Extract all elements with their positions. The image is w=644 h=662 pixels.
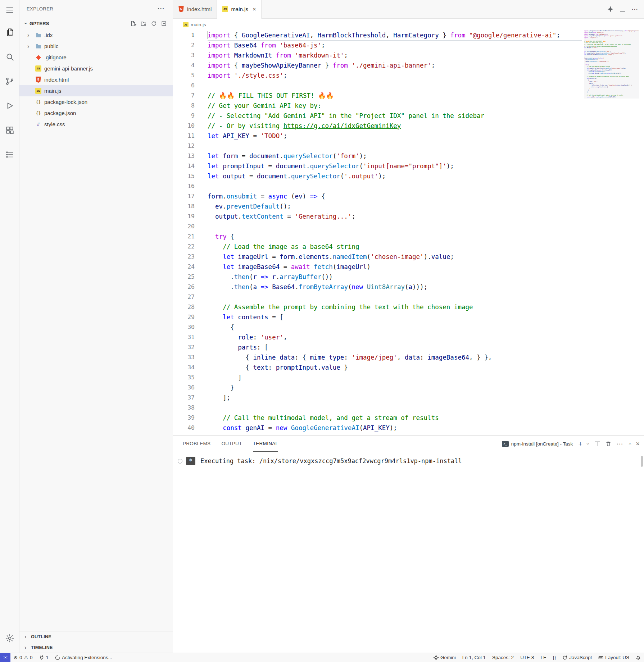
file-tree: ›.idx›public.gitignoregemini-api-banner.… [19, 29, 173, 130]
file-name: .idx [44, 32, 53, 38]
line-number: 31 [173, 332, 195, 342]
file-tree-item[interactable]: style.css [19, 119, 173, 130]
menu-icon[interactable] [0, 0, 19, 20]
close-panel-icon[interactable]: × [636, 440, 640, 448]
code-line: parts: [ [208, 342, 582, 352]
project-panel-icon[interactable] [0, 142, 19, 167]
sidebar-explorer: EXPLORER ··· › GPTERS ›.idx›public.gitig… [19, 0, 173, 653]
line-number: 26 [173, 282, 195, 292]
gutter: 1234567891011121314151617181920212223242… [173, 30, 202, 435]
code-editor[interactable]: 1234567891011121314151617181920212223242… [173, 30, 644, 435]
line-number: 19 [173, 211, 195, 222]
file-tree-item[interactable]: main.js [19, 85, 173, 96]
timeline-section-header[interactable]: › TIMELINE [19, 642, 173, 653]
status-keyboard-layout[interactable]: Layout: US [595, 653, 632, 662]
notifications-bell[interactable] [632, 653, 644, 662]
outline-section-header[interactable]: › OUTLINE [19, 631, 173, 642]
tab-index-html[interactable]: index.html [173, 0, 217, 18]
code-line: let imageUrl = form.elements.namedItem('… [208, 252, 582, 262]
editor-actions: ··· [607, 0, 644, 18]
status-braces[interactable]: {} [549, 653, 559, 662]
file-tree-item[interactable]: index.html [19, 74, 173, 85]
code-line [208, 222, 582, 232]
line-number: 25 [173, 272, 195, 282]
close-icon[interactable]: × [253, 6, 256, 13]
terminal-dropdown-icon[interactable]: › [585, 443, 591, 445]
remote-indicator[interactable]: >< [0, 653, 10, 662]
status-problems[interactable]: ⊗ 0 ⚠ 0 [10, 653, 36, 662]
file-tree-item[interactable]: gemini-api-banner.js [19, 63, 173, 74]
status-gemini[interactable]: Gemini [430, 653, 459, 662]
status-cursor-position[interactable]: Ln 1, Col 1 [459, 653, 489, 662]
new-folder-icon[interactable] [141, 20, 147, 27]
chevron-right-icon: › [27, 43, 35, 50]
more-actions-icon[interactable]: ··· [632, 6, 638, 12]
keyboard-icon [598, 655, 603, 660]
cursor-position-text: Ln 1, Col 1 [462, 655, 486, 660]
tab-problems[interactable]: PROBLEMS [183, 436, 210, 452]
gemini-label: Gemini [440, 655, 456, 660]
status-indentation[interactable]: Spaces: 2 [489, 653, 517, 662]
code-line [208, 403, 582, 413]
collapse-all-icon[interactable] [161, 20, 167, 27]
status-ports[interactable]: 1 [36, 653, 52, 662]
file-tree-item[interactable]: .gitignore [19, 52, 173, 63]
gemini-sparkle-icon[interactable] [607, 6, 613, 12]
line-number: 10 [173, 121, 195, 131]
maximize-panel-icon[interactable]: › [626, 443, 632, 445]
language-text: JavaScript [569, 655, 592, 660]
code-line: const genAI = new GoogleGenerativeAI(API… [208, 423, 582, 433]
explorer-more-actions-icon[interactable]: ··· [158, 5, 165, 12]
refresh-icon[interactable] [151, 20, 157, 27]
code-line: import { GoogleGenerativeAI, HarmBlockTh… [208, 30, 582, 40]
json-file-icon [35, 99, 41, 105]
file-tree-item[interactable]: package.json [19, 108, 173, 119]
tab-output[interactable]: OUTPUT [221, 436, 242, 452]
project-section-header[interactable]: › GPTERS [19, 17, 173, 29]
line-number: 16 [173, 181, 195, 191]
extensions-icon[interactable] [0, 118, 19, 142]
project-name: GPTERS [30, 21, 131, 26]
line-number: 14 [173, 161, 195, 171]
new-terminal-icon[interactable]: + [578, 440, 582, 447]
code-line: { [208, 322, 582, 332]
file-tree-item[interactable]: ›.idx [19, 29, 173, 41]
status-message[interactable]: Activating Extensions... [52, 653, 115, 662]
status-language[interactable]: JavaScript [559, 653, 595, 662]
run-debug-icon[interactable] [0, 93, 19, 118]
line-number: 35 [173, 373, 195, 383]
line-number: 6 [173, 81, 195, 91]
panel-header: PROBLEMS OUTPUT TERMINAL >_ npm-install … [173, 436, 644, 452]
split-terminal-icon[interactable] [595, 442, 600, 446]
minimap[interactable]: import { GoogleGenerativeAI, HarmBlockTh… [584, 30, 639, 435]
terminal-content[interactable]: * Executing task: /nix/store/vxgxszccg7m… [173, 452, 644, 653]
breadcrumb[interactable]: main.js [173, 19, 644, 30]
kill-terminal-icon[interactable] [606, 441, 611, 447]
file-tree-item[interactable]: ›public [19, 41, 173, 52]
line-number: 20 [173, 222, 195, 232]
split-editor-icon[interactable] [620, 7, 625, 12]
file-tree-item[interactable]: package-lock.json [19, 96, 173, 108]
tab-terminal[interactable]: TERMINAL [253, 436, 278, 452]
status-encoding[interactable]: UTF-8 [517, 653, 537, 662]
settings-gear-icon[interactable] [0, 626, 19, 650]
code-line: .then(r => r.arrayBuffer()) [208, 272, 582, 282]
code-line: // - Selecting "Add Gemini API" in the "… [208, 111, 582, 121]
explorer-icon[interactable] [0, 20, 19, 45]
ports-count: 1 [46, 655, 49, 660]
line-number: 15 [173, 171, 195, 181]
line-number: 39 [173, 413, 195, 423]
code-line: { text: promptInput.value } [208, 362, 582, 373]
code-line: // Get your Gemini API key by: [208, 101, 582, 111]
code-lines[interactable]: import { GoogleGenerativeAI, HarmBlockTh… [208, 30, 582, 435]
panel-more-actions-icon[interactable]: ··· [617, 441, 623, 447]
code-line: let API_KEY = 'TODO'; [208, 131, 582, 141]
new-file-icon[interactable] [131, 20, 137, 27]
terminal-task-selector[interactable]: >_ npm-install [onCreate] - Task [502, 441, 573, 447]
tab-main-js[interactable]: main.js × [217, 0, 261, 19]
search-icon[interactable] [0, 45, 19, 69]
source-control-icon[interactable] [0, 69, 19, 93]
file-name: package-lock.json [44, 99, 87, 105]
terminal-scrollbar[interactable] [641, 456, 643, 467]
status-eol[interactable]: LF [537, 653, 549, 662]
